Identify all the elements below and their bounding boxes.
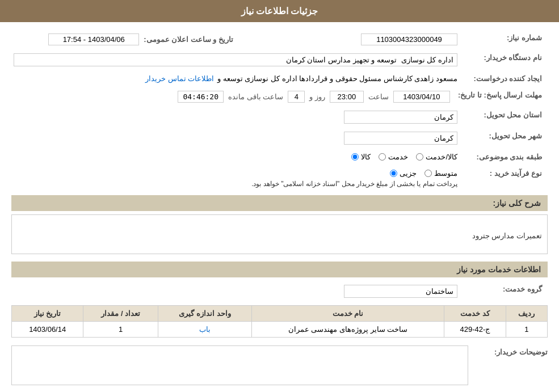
shomara-niaz-box: 1103004323000049	[361, 33, 457, 45]
tabaqe-value-cell: کالا/خدمت خدمت کالا	[11, 150, 460, 164]
tabaqe-radio-khedmat[interactable]: خدمت	[379, 153, 408, 161]
cell-vahed: باب	[158, 322, 252, 338]
row-ijad: ایجاد کننده درخواست: مسعود زاهدی کارشناس…	[11, 71, 548, 86]
buyer-desc-label: توضیحات خریدار:	[474, 345, 548, 356]
services-table-body: 1 ج-42-429 ساخت سایر پروژه‌های مهندسی عم…	[12, 322, 548, 338]
mohlet-rooz-box: 4	[288, 91, 305, 103]
group-khedmat-input[interactable]	[344, 285, 457, 298]
row-tabaqe: طبقه بندی موضوعی: کالا/خدمت خدمت کالا	[11, 150, 548, 164]
tabaqe-radio-khedmat-input[interactable]	[379, 153, 386, 161]
table-row: 1 ج-42-429 ساخت سایر پروژه‌های مهندسی عم…	[12, 322, 548, 338]
row-shomara: شماره نیاز: 1103004323000049 تاریخ و ساع…	[11, 31, 548, 48]
noe-value-cell: متوسط جزیی پرداخت تمام یا بخشی از مبلغ خ…	[11, 166, 460, 191]
sharh-value-overlay: تعمیرات مدارس جترود	[472, 231, 542, 239]
row-shahr: شهر محل تحویل:	[11, 129, 548, 147]
services-table-head: ردیف کد خدمت نام خدمت واحد اندازه گیری ت…	[12, 306, 548, 322]
mohlet-timer-box: 04:46:20	[178, 91, 224, 103]
col-tedad: تعداد / مقدار	[83, 306, 158, 322]
tabaqe-radio-kala[interactable]: کالا	[351, 153, 371, 161]
noe-note: پرداخت تمام یا بخشی از مبلغ خریدار محل "…	[14, 180, 457, 188]
cell-radif: 1	[506, 322, 547, 338]
mohlet-saat-label: ساعت	[368, 92, 389, 101]
buyer-desc-section: توضیحات خریدار:	[11, 345, 548, 387]
buyer-desc-textarea-wrapper	[11, 345, 468, 387]
mohlet-value-cell: 1403/04/10 ساعت 23:00 روز و 4 ساعت باقی …	[11, 88, 452, 106]
cell-kod: ج-42-429	[444, 322, 506, 338]
row-noe: نوع فرآیند خرید : متوسط جزیی پرداخت تمام…	[11, 166, 548, 191]
ijad-value-cell: مسعود زاهدی کارشناس مسئول حقوقی و قراردا…	[11, 71, 460, 86]
services-title-text: اطلاعات خدمات مورد نیاز	[457, 265, 541, 274]
nam-dastgah-value	[11, 50, 460, 69]
col-nam: نام خدمت	[251, 306, 444, 322]
ostan-input[interactable]	[344, 111, 457, 124]
mohlet-timer-label: ساعت باقی مانده	[228, 92, 283, 101]
ijad-label: ایجاد کننده درخواست:	[460, 71, 548, 86]
services-table: ردیف کد خدمت نام خدمت واحد اندازه گیری ت…	[11, 305, 548, 338]
cell-tedad: 1	[83, 322, 158, 338]
services-section-title: اطلاعات خدمات مورد نیاز	[11, 262, 548, 277]
shahr-value-cell	[11, 129, 460, 147]
row-ostan: استان محل تحویل:	[11, 108, 548, 127]
cell-tarikh: 1403/06/14	[12, 322, 83, 338]
shomara-niaz-value: 1103004323000049	[233, 31, 460, 48]
buyer-desc-textarea[interactable]	[11, 345, 468, 385]
group-khedmat-value-cell	[11, 282, 460, 301]
col-tarikh: تاریخ نیاز	[12, 306, 83, 322]
nam-dastgah-input[interactable]	[14, 53, 457, 66]
tabaqe-kala-khedmat-label: کالا/خدمت	[426, 153, 457, 161]
sharh-section-title: شرح کلی نیاز:	[11, 195, 548, 211]
row-sharh: شرح کلی نیاز: تعمیرات مدارس جترود	[11, 195, 548, 256]
sharh-textarea-wrapper: تعمیرات مدارس جترود	[11, 214, 548, 256]
col-radif: ردیف	[506, 306, 547, 322]
tarikh-value: 1403/04/06 - 17:54	[48, 33, 139, 45]
mohlet-label: مهلت ارسال پاسخ: تا تاریخ:	[452, 88, 548, 106]
tabaqe-radio-kala-khedmat-input[interactable]	[416, 153, 423, 161]
noe-radio-motevaset[interactable]: متوسط	[424, 169, 457, 178]
content-area: شماره نیاز: 1103004323000049 تاریخ و ساع…	[0, 22, 559, 392]
tabaqe-label: طبقه بندی موضوعی:	[460, 150, 548, 164]
tabaqe-radio-kala-input[interactable]	[351, 153, 359, 161]
services-table-header-row: ردیف کد خدمت نام خدمت واحد اندازه گیری ت…	[12, 306, 548, 322]
ijad-link[interactable]: اطلاعات تماس خریدار	[145, 74, 214, 83]
sharh-label: شرح کلی نیاز:	[493, 199, 541, 208]
sharh-textarea[interactable]	[11, 214, 548, 254]
tabaqe-radio-kala-khedmat[interactable]: کالا/خدمت	[416, 153, 457, 161]
timer-row: 1403/04/10 ساعت 23:00 روز و 4 ساعت باقی …	[14, 91, 450, 103]
mohlet-date-box: 1403/04/10	[393, 91, 450, 103]
mohlet-rooz-label: روز و	[309, 92, 325, 101]
page-title: جزئیات اطلاعات نیاز	[241, 6, 318, 16]
noe-label: نوع فرآیند خرید :	[460, 166, 548, 191]
row-group-khedmat: گروه خدمت:	[11, 282, 548, 301]
nam-dastgah-label: نام دستگاه خریدار:	[460, 50, 548, 69]
mohlet-saat-box: 23:00	[330, 91, 364, 103]
tarikh-group: تاریخ و ساعت اعلان عمومی: 1403/04/06 - 1…	[11, 31, 233, 48]
row-mohlet: مهلت ارسال پاسخ: تا تاریخ: 1403/04/10 سا…	[11, 88, 548, 106]
noe-motevaset-label: متوسط	[434, 169, 457, 178]
noe-radio-motevaset-input[interactable]	[424, 170, 432, 177]
noe-group: متوسط جزیی پرداخت تمام یا بخشی از مبلغ خ…	[14, 169, 457, 188]
page-wrapper: جزئیات اطلاعات نیاز شماره نیاز: 11030043…	[0, 0, 559, 392]
ostan-value-cell	[11, 108, 460, 127]
tabaqe-khedmat-label: خدمت	[388, 153, 408, 161]
noe-radio-group: متوسط جزیی	[14, 169, 457, 178]
cell-nam: ساخت سایر پروژه‌های مهندسی عمران	[251, 322, 444, 338]
noe-radio-jozii[interactable]: جزیی	[390, 169, 417, 178]
row-nam-dastgah: نام دستگاه خریدار:	[11, 50, 548, 69]
group-khedmat-label: گروه خدمت:	[460, 282, 548, 301]
shomara-niaz-label: شماره نیاز:	[460, 31, 548, 48]
tarikh-label: تاریخ و ساعت اعلان عمومی:	[144, 35, 233, 44]
col-vahed: واحد اندازه گیری	[158, 306, 252, 322]
ijad-value-text: مسعود زاهدی کارشناس مسئول حقوقی و قراردا…	[217, 74, 457, 83]
noe-jozii-label: جزیی	[400, 169, 417, 178]
tabaqe-kala-label: کالا	[361, 153, 371, 161]
col-kod: کد خدمت	[444, 306, 506, 322]
shahr-label: شهر محل تحویل:	[460, 129, 548, 147]
shahr-input[interactable]	[344, 132, 457, 145]
noe-radio-jozii-input[interactable]	[390, 170, 397, 177]
page-header: جزئیات اطلاعات نیاز	[0, 0, 559, 22]
ostan-label: استان محل تحویل:	[460, 108, 548, 127]
tabaqe-radio-group: کالا/خدمت خدمت کالا	[14, 153, 457, 161]
